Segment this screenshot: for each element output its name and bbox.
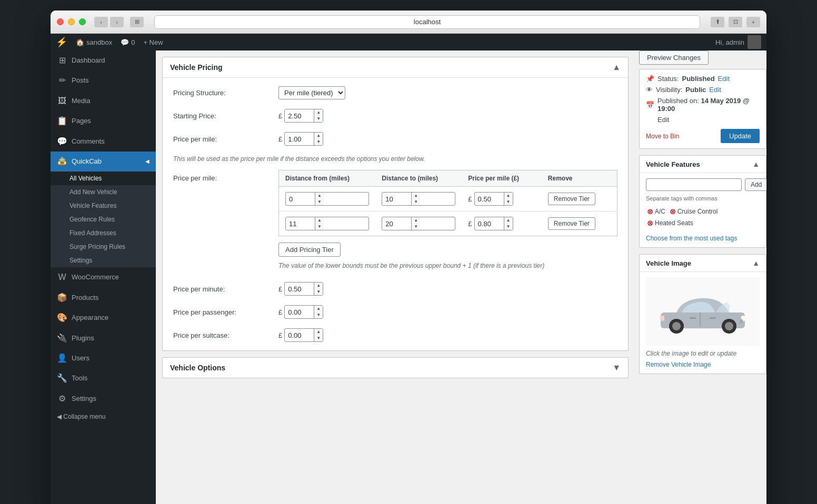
new-content-btn[interactable]: + New (143, 38, 163, 46)
vehicle-image-container[interactable] (646, 277, 760, 346)
sidebar-item-settings[interactable]: ⚙ Settings (51, 389, 156, 409)
tag-remove-heated[interactable]: ⊗ (647, 219, 653, 227)
sidebar-submenu-settings[interactable]: Settings (51, 254, 156, 267)
remove-tier-2-button[interactable]: Remove Tier (548, 217, 595, 230)
car-svg (653, 285, 753, 338)
pages-icon: 📋 (57, 115, 67, 127)
starting-price-input[interactable] (285, 110, 314, 122)
maximize-btn[interactable] (79, 18, 86, 25)
sidebar-item-pages[interactable]: 📋 Pages (51, 111, 156, 131)
remove-vehicle-image-link[interactable]: Remove Vehicle Image (646, 361, 711, 368)
move-to-bin-link[interactable]: Move to Bin (646, 133, 679, 140)
price-per-suitcase-down[interactable]: ▼ (314, 335, 323, 341)
sidebar-item-tools[interactable]: 🔧 Tools (51, 368, 156, 388)
price-per-minute-input[interactable] (285, 283, 314, 295)
status-edit-link[interactable]: Edit (718, 75, 730, 83)
sidebar-submenu-surge-pricing-rules[interactable]: Surge Pricing Rules (51, 240, 156, 254)
sidebar-submenu-vehicle-features[interactable]: Vehicle Features (51, 199, 156, 213)
update-button[interactable]: Update (721, 129, 760, 143)
sidebar-item-products[interactable]: 📦 Products (51, 288, 156, 308)
wp-logo-icon[interactable]: ⚡ (56, 36, 67, 48)
sidebar-item-media[interactable]: 🖼 Media (51, 91, 156, 111)
vehicle-pricing-header[interactable]: Vehicle Pricing ▲ (163, 57, 628, 78)
tier2-to-up[interactable]: ▲ (412, 217, 420, 224)
tier2-price-down[interactable]: ▼ (504, 224, 513, 230)
choose-most-used-tags-link[interactable]: Choose from the most used tags (646, 235, 737, 242)
price-per-mile-down[interactable]: ▼ (314, 139, 323, 145)
tier2-from-up[interactable]: ▲ (315, 217, 324, 224)
svg-rect-10 (710, 317, 716, 319)
add-pricing-tier-button[interactable]: Add Pricing Tier (278, 243, 341, 257)
tier2-from-input[interactable] (286, 218, 315, 230)
tag-remove-cruise[interactable]: ⊗ (670, 207, 676, 216)
tier2-from-down[interactable]: ▼ (315, 224, 324, 230)
tag-label-cruise: Cruise Control (677, 208, 718, 215)
svg-point-3 (672, 322, 681, 330)
tier2-price-input[interactable] (475, 218, 504, 230)
tier2-to-down[interactable]: ▼ (412, 224, 420, 230)
tier1-to-input[interactable] (382, 193, 411, 205)
price-per-passenger-up[interactable]: ▲ (314, 306, 323, 312)
price-per-minute-up[interactable]: ▲ (314, 283, 323, 289)
sidebar-submenu-all-vehicles[interactable]: All Vehicles (51, 172, 156, 185)
price-per-minute-down[interactable]: ▼ (314, 289, 323, 295)
sidebar-item-users[interactable]: 👤 Users (51, 348, 156, 368)
sidebar-item-posts[interactable]: ✏ Posts (51, 70, 156, 90)
price-per-suitcase-up[interactable]: ▲ (314, 329, 323, 335)
tier1-price-down[interactable]: ▼ (504, 199, 513, 205)
price-per-passenger-input[interactable] (285, 306, 314, 318)
visibility-value: Public (685, 86, 706, 94)
sidebar-item-appearance[interactable]: 🎨 Appearance (51, 308, 156, 328)
close-btn[interactable] (57, 18, 64, 25)
new-tab-btn[interactable]: + (746, 17, 760, 27)
visibility-edit-link[interactable]: Edit (709, 86, 721, 94)
price-per-mile-up[interactable]: ▲ (314, 133, 323, 139)
pricing-structure-label: Pricing Structure: (173, 89, 278, 97)
starting-price-down[interactable]: ▼ (314, 116, 323, 122)
minimize-btn[interactable] (68, 18, 75, 25)
price-per-minute-label: Price per minute: (173, 285, 278, 293)
sidebar-item-woocommerce[interactable]: W WooCommerce (51, 267, 156, 287)
price-per-passenger-down[interactable]: ▼ (314, 312, 323, 318)
sidebar-toggle-btn[interactable]: ⊞ (130, 17, 144, 27)
sidebar-submenu-geofence-rules[interactable]: Geofence Rules (51, 213, 156, 226)
sidebar-submenu-add-new-vehicle[interactable]: Add New Vehicle (51, 185, 156, 199)
tier1-price-up[interactable]: ▲ (504, 193, 513, 199)
sidebar-item-quickcab[interactable]: 🚖 QuickCab ◀ (51, 152, 156, 172)
published-edit-link[interactable]: Edit (657, 116, 669, 124)
tier1-to-down[interactable]: ▼ (412, 199, 420, 205)
starting-price-up[interactable]: ▲ (314, 109, 323, 116)
sidebar-item-comments[interactable]: 💬 Comments (51, 132, 156, 152)
pricing-structure-select[interactable]: Per mile (tiered) Per mile (flat) Fixed … (278, 86, 345, 99)
sidebar-submenu-fixed-addresses[interactable]: Fixed Addresses (51, 226, 156, 240)
tier1-price-input[interactable] (475, 193, 504, 205)
collapse-menu-link[interactable]: ◀ Collapse menu (51, 409, 156, 425)
tier2-price-up[interactable]: ▲ (504, 217, 513, 224)
preview-changes-button[interactable]: Preview Changes (639, 51, 709, 65)
site-name[interactable]: 🏠 sandbox (76, 38, 112, 46)
sidebar-item-plugins[interactable]: 🔌 Plugins (51, 328, 156, 348)
share-btn[interactable]: ⬆ (711, 17, 724, 27)
tier2-to-input[interactable] (382, 218, 411, 230)
tag-remove-ac[interactable]: ⊗ (647, 207, 653, 216)
vehicle-features-body: Add Separate tags with commas ⊗ A/C ⊗ Cr… (640, 173, 766, 247)
tier1-to-up[interactable]: ▲ (412, 193, 420, 199)
address-bar[interactable]: localhost (154, 15, 700, 29)
tags-input[interactable] (646, 178, 742, 191)
sidebar-item-dashboard[interactable]: ⊞ Dashboard (51, 51, 156, 70)
vehicle-options-header[interactable]: Vehicle Options ▼ (163, 358, 628, 378)
comments-btn[interactable]: 💬 0 (121, 38, 135, 46)
tier1-from-down[interactable]: ▼ (315, 199, 324, 205)
forward-btn[interactable]: › (110, 17, 124, 27)
vehicle-image-body: Click the image to edit or update Remove… (640, 272, 766, 374)
tier1-from-input[interactable] (286, 193, 315, 205)
tier1-from-up[interactable]: ▲ (315, 193, 324, 199)
tags-hint: Separate tags with commas (646, 195, 760, 201)
remove-tier-1-button[interactable]: Remove Tier (548, 193, 595, 205)
tier2-from-spinners: ▲ ▼ (315, 217, 324, 230)
price-per-mile-flat-input[interactable] (285, 133, 314, 145)
back-btn[interactable]: ‹ (94, 17, 108, 27)
price-per-suitcase-input[interactable] (285, 329, 314, 341)
add-tag-button[interactable]: Add (745, 178, 766, 191)
fullscreen-btn[interactable]: ⊡ (729, 17, 742, 27)
